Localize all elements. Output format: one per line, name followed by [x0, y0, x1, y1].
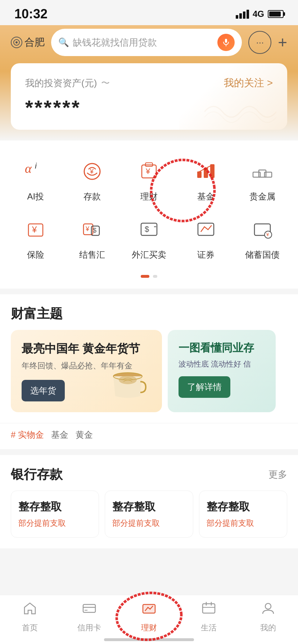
svg-text:¥: ¥ [145, 167, 150, 176]
service-fund[interactable]: 基金 [177, 151, 234, 206]
service-forex-trade[interactable]: $ 外汇买卖 [121, 210, 177, 264]
bank-deposit-section: 银行存款 更多 整存整取 部分提前支取 整存整取 部分提前支取 整存整取 部分提… [0, 455, 298, 548]
service-wealth[interactable]: ¥ 理财 [121, 151, 177, 206]
tab-credit-card-icon [82, 601, 97, 620]
service-gold[interactable]: 贵金属 [234, 151, 291, 206]
wealth-card-1[interactable]: 最亮中国年 黄金年货节 年终回馈、爆品必抢、年年有金 选年货 [11, 330, 162, 412]
tab-home[interactable]: 首页 [0, 601, 60, 633]
tag-yellow-gold[interactable]: 黄金 [76, 429, 93, 441]
ai-invest-icon: α i [20, 155, 51, 187]
tab-life-icon [201, 601, 216, 620]
service-deposit[interactable]: ¥ 存款 [64, 151, 121, 206]
service-savings-bond[interactable]: ¥ 储蓄国债 [234, 210, 291, 264]
service-securities[interactable]: 证券 [177, 210, 234, 264]
search-placeholder: 缺钱花就找信用贷款 [73, 36, 214, 49]
svg-text:¥: ¥ [266, 232, 269, 237]
service-label-forex-settle: 结售汇 [79, 249, 105, 261]
insurance-icon: ¥ [20, 213, 51, 245]
svg-text:$: $ [145, 225, 149, 234]
investment-header: 我的投资资产(元) 〜 我的关注 > [25, 76, 273, 90]
tab-home-label: 首页 [22, 622, 38, 633]
tab-licai-label: 理财 [141, 622, 157, 633]
svg-text:¥: ¥ [32, 225, 37, 234]
location-icon [11, 37, 22, 48]
service-forex-settle[interactable]: ¥ $ 结售汇 [64, 210, 121, 264]
mic-button[interactable] [217, 34, 235, 51]
securities-icon [190, 213, 222, 245]
bank-card-2[interactable]: 整存整取 部分提前支取 [105, 491, 193, 538]
top-section: 合肥 🔍 缺钱花就找信用贷款 ··· + 我的投资资产(元) 〜 [0, 25, 298, 141]
bank-card-1-sub: 部分提前支取 [18, 518, 91, 529]
service-label-deposit: 存款 [83, 191, 101, 202]
bank-deposit-title: 银行存款 [11, 466, 63, 483]
tag-fund[interactable]: 基金 [51, 429, 68, 441]
svg-rect-38 [203, 604, 215, 613]
tab-licai[interactable]: 理财 [119, 601, 179, 633]
tag-gold[interactable]: # 实物金 [11, 429, 44, 441]
status-icons: 4G [236, 9, 284, 19]
investment-label: 我的投资资产(元) 〜 [25, 77, 110, 89]
wealth-theme-header: 财富主题 [0, 294, 298, 330]
forex-trade-icon: $ [133, 213, 165, 245]
tab-mine-label: 我的 [260, 622, 276, 633]
wealth-cards: 最亮中国年 黄金年货节 年终回馈、爆品必抢、年年有金 选年货 [0, 330, 298, 423]
wealth-card-2-btn[interactable]: 了解详情 [179, 376, 230, 398]
location-button[interactable]: 合肥 [11, 36, 45, 49]
wealth-card-2[interactable]: 一图看懂同业存 波动性底 流动性好 信 了解详情 [168, 330, 276, 412]
tab-credit-card-label: 信用卡 [77, 622, 101, 633]
wealth-theme-section: 财富主题 最亮中国年 黄金年货节 年终回馈、爆品必抢、年年有金 选年货 [0, 294, 298, 449]
wealth-card-2-title: 一图看懂同业存 [179, 341, 265, 355]
wealth-card-2-sub: 波动性底 流动性好 信 [179, 359, 265, 369]
search-input-wrap[interactable]: 🔍 缺钱花就找信用贷款 [51, 29, 242, 56]
svg-rect-26 [198, 223, 214, 235]
service-insurance[interactable]: ¥ 保险 [7, 210, 64, 264]
wealth-tags: # 实物金 基金 黄金 [0, 423, 298, 449]
tab-licai-icon [141, 601, 157, 620]
tab-life[interactable]: 生活 [179, 601, 239, 633]
svg-rect-2 [225, 39, 227, 43]
bank-more-link[interactable]: 更多 [268, 468, 287, 481]
wave-decoration [204, 97, 276, 126]
services-grid-row1: α i AI投 ¥ 存款 [7, 151, 291, 264]
bank-card-1[interactable]: 整存整取 部分提前支取 [11, 491, 99, 538]
tab-credit-card[interactable]: 信用卡 [60, 601, 119, 633]
coffee-illustration [108, 369, 155, 405]
service-label-securities: 证券 [197, 249, 215, 261]
bank-card-2-sub: 部分提前支取 [112, 518, 185, 529]
service-ai-invest[interactable]: α i AI投 [7, 151, 64, 206]
service-label-savings-bond: 储蓄国债 [245, 249, 280, 261]
bank-card-3-title: 整存整取 [207, 500, 280, 514]
service-label-fund: 基金 [197, 191, 215, 202]
wealth-card-1-title: 最亮中国年 黄金年货节 [22, 341, 151, 357]
svg-point-1 [15, 41, 18, 43]
eye-icon[interactable]: 〜 [101, 77, 110, 89]
tab-home-icon [22, 601, 37, 620]
fund-icon [190, 155, 222, 187]
investment-card: 我的投资资产(元) 〜 我的关注 > ****** [11, 63, 287, 130]
svg-text:i: i [35, 161, 37, 170]
tab-bar: 首页 信用卡 理财 [0, 595, 298, 644]
svg-rect-13 [210, 164, 215, 178]
wealth-card-1-btn[interactable]: 选年货 [22, 380, 65, 401]
svg-text:$: $ [93, 227, 96, 234]
services-section: α i AI投 ¥ 存款 [0, 141, 298, 289]
signal-icon [236, 10, 249, 19]
my-focus-link[interactable]: 我的关注 > [224, 76, 273, 90]
search-icon: 🔍 [58, 37, 69, 47]
main-content: α i AI投 ¥ 存款 [0, 141, 298, 612]
service-label-forex-trade: 外汇买卖 [132, 249, 166, 261]
tab-mine[interactable]: 我的 [238, 601, 298, 633]
service-label-gold: 贵金属 [249, 191, 275, 202]
wealth-theme-title: 财富主题 [11, 306, 63, 321]
tab-mine-icon [261, 601, 276, 620]
bank-deposit-header: 银行存款 更多 [0, 455, 298, 491]
bank-cards: 整存整取 部分提前支取 整存整取 部分提前支取 整存整取 部分提前支取 [0, 491, 298, 548]
dot-2 [153, 275, 157, 278]
svg-text:α: α [25, 161, 32, 176]
gold-icon [247, 155, 278, 187]
message-button[interactable]: ··· [248, 31, 271, 54]
bank-card-2-title: 整存整取 [112, 500, 185, 514]
bank-card-3[interactable]: 整存整取 部分提前支取 [199, 491, 287, 538]
add-button[interactable]: + [278, 34, 287, 50]
status-bar: 10:32 4G [0, 0, 298, 25]
